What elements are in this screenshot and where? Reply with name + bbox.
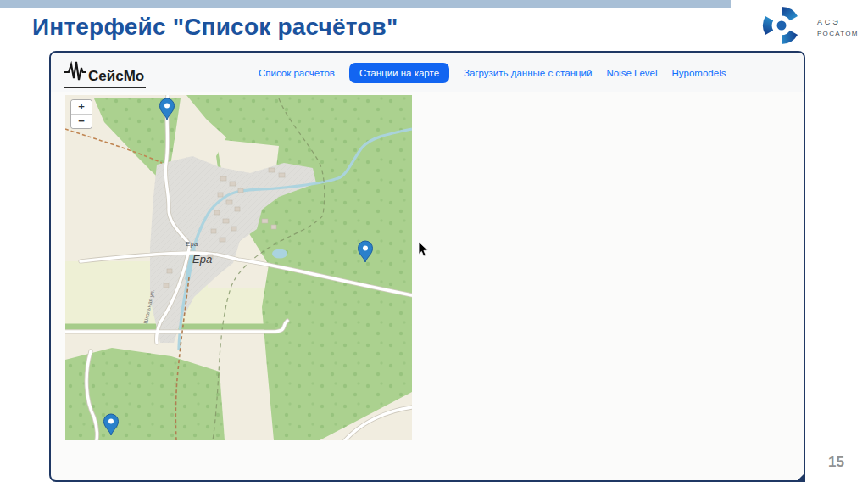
logo-org-line2: РОСАТОМ xyxy=(817,30,859,37)
nav-item-load-station-data[interactable]: Загрузить данные с станций xyxy=(464,68,592,78)
app-screenshot-frame: СейсМо Список расчётов Станции на карте … xyxy=(49,51,805,482)
seismogram-wave-icon xyxy=(64,60,87,85)
zoom-out-button[interactable]: − xyxy=(71,115,92,128)
rosatom-swirl-icon xyxy=(760,4,803,50)
app-nav-links: Список расчётов Станции на карте Загрузи… xyxy=(259,53,726,92)
app-navbar: СейсМо Список расчётов Станции на карте … xyxy=(51,53,804,92)
nav-item-calculations-list[interactable]: Список расчётов xyxy=(259,68,335,78)
logo-divider xyxy=(810,13,810,42)
map-label-village-small: Ера xyxy=(186,240,198,248)
slide-page-number: 15 xyxy=(828,454,844,471)
map-zoom-control: + − xyxy=(70,99,92,129)
map-label-village: Ера xyxy=(192,253,212,266)
map-canvas[interactable]: Ера Ера Школьная ул. + − xyxy=(65,95,412,440)
nav-item-hypomodels[interactable]: Hypomodels xyxy=(672,68,726,78)
nav-item-stations-on-map[interactable]: Станции на карте xyxy=(349,63,449,83)
app-brand-label: СейсМо xyxy=(88,68,144,85)
app-brand-link[interactable]: СейсМо xyxy=(64,60,146,88)
page-title: Интерфейс "Список расчётов" xyxy=(32,14,398,41)
zoom-in-button[interactable]: + xyxy=(71,100,92,115)
rosatom-logo: АСЭ РОСАТОМ xyxy=(760,5,862,49)
logo-org-line1: АСЭ xyxy=(817,18,859,26)
map-tiles: Ера Ера Школьная ул. xyxy=(65,95,412,440)
nav-item-noise-level[interactable]: Noise Level xyxy=(606,68,657,78)
slide-top-accent-bar xyxy=(0,0,731,8)
mouse-cursor-icon xyxy=(418,242,428,260)
